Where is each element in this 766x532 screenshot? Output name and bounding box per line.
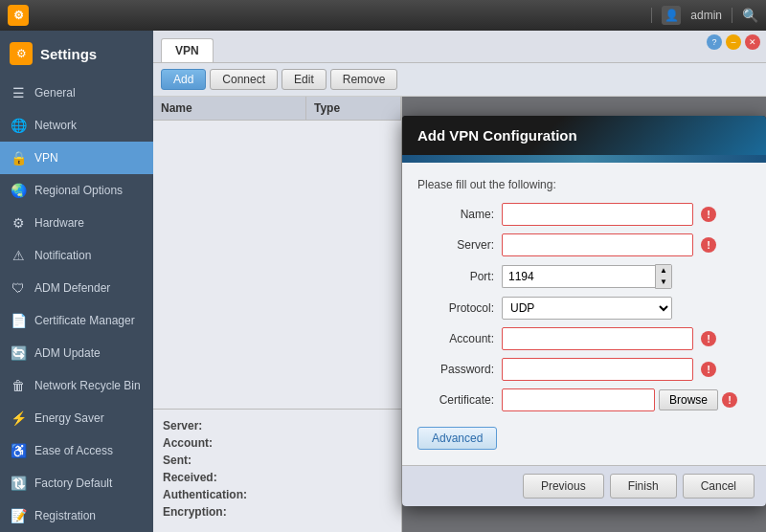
general-icon: ☰ bbox=[10, 84, 27, 101]
advanced-button[interactable]: Advanced bbox=[417, 427, 497, 450]
help-button[interactable]: ? bbox=[707, 34, 722, 50]
server-row: Server: bbox=[163, 419, 392, 432]
certificate-input[interactable] bbox=[502, 388, 655, 411]
sidebar-item-adm-defender[interactable]: 🛡 ADM Defender bbox=[0, 272, 153, 304]
modal-subtitle: Please fill out the following: bbox=[417, 178, 751, 191]
sidebar-item-adm-update[interactable]: 🔄 ADM Update bbox=[0, 337, 153, 369]
password-label: Password: bbox=[417, 363, 494, 376]
port-spinner: ▲ ▼ bbox=[655, 264, 672, 289]
modal-footer: Previous Finish Cancel bbox=[402, 465, 766, 506]
app-icon: ⚙ bbox=[8, 5, 29, 26]
remove-button[interactable]: Remove bbox=[330, 69, 398, 90]
close-button[interactable]: ✕ bbox=[745, 34, 760, 50]
browse-button[interactable]: Browse bbox=[659, 389, 718, 410]
sidebar-item-energy[interactable]: ⚡ Energy Saver bbox=[0, 402, 153, 434]
connect-button[interactable]: Connect bbox=[210, 69, 278, 90]
modal-header: Add VPN Configuration bbox=[402, 116, 766, 155]
search-icon[interactable]: 🔍 bbox=[742, 8, 758, 23]
content-left: Name Type Server: Account: Sent: bbox=[153, 97, 402, 532]
port-up-button[interactable]: ▲ bbox=[656, 265, 671, 277]
ease-icon: ♿ bbox=[10, 442, 27, 459]
account-error-icon: ! bbox=[701, 331, 716, 346]
sidebar-label-registration: Registration bbox=[34, 509, 96, 522]
server-input[interactable] bbox=[502, 233, 693, 256]
certificate-row: Certificate: Browse ! bbox=[417, 388, 751, 411]
sidebar-label-notification: Notification bbox=[34, 249, 91, 262]
sidebar-app-icon: ⚙ bbox=[10, 42, 33, 65]
finish-button[interactable]: Finish bbox=[610, 474, 677, 499]
protocol-select[interactable]: UDP TCP bbox=[502, 297, 672, 320]
edit-button[interactable]: Edit bbox=[282, 69, 327, 90]
sent-label: Sent: bbox=[163, 454, 192, 467]
sidebar-item-regional[interactable]: 🌏 Regional Options bbox=[0, 174, 153, 207]
account-input[interactable] bbox=[502, 327, 693, 350]
name-input[interactable] bbox=[502, 203, 693, 226]
encryption-label: Encryption: bbox=[163, 505, 227, 519]
sidebar-item-factory[interactable]: 🔃 Factory Default bbox=[0, 467, 153, 499]
sidebar-item-vpn[interactable]: 🔒 VPN bbox=[0, 142, 153, 174]
sidebar-item-network-recycle[interactable]: 🗑 Network Recycle Bin bbox=[0, 369, 153, 402]
energy-icon: ⚡ bbox=[10, 410, 27, 427]
regional-icon: 🌏 bbox=[10, 182, 27, 199]
sidebar-label-general: General bbox=[34, 86, 76, 100]
top-bar-left: ⚙ bbox=[8, 5, 29, 26]
received-label: Received: bbox=[163, 471, 217, 484]
sidebar-label-vpn: VPN bbox=[34, 151, 58, 165]
add-button[interactable]: Add bbox=[161, 69, 206, 90]
sidebar-item-notification[interactable]: ⚠ Notification bbox=[0, 239, 153, 272]
sidebar-item-ease[interactable]: ♿ Ease of Access bbox=[0, 434, 153, 467]
advanced-wrap: Advanced bbox=[417, 419, 751, 450]
server-row: Server: ! bbox=[417, 233, 751, 256]
sidebar-header: ⚙ Settings bbox=[0, 31, 153, 77]
sidebar-item-cert-manager[interactable]: 📄 Certificate Manager bbox=[0, 304, 153, 337]
account-label: Account: bbox=[417, 332, 494, 345]
previous-button[interactable]: Previous bbox=[523, 474, 604, 499]
account-label: Account: bbox=[163, 436, 213, 450]
auth-row: Authentication: bbox=[163, 488, 392, 501]
tab-vpn[interactable]: VPN bbox=[161, 38, 214, 62]
sidebar-label-adm-defender: ADM Defender bbox=[34, 281, 110, 295]
toolbar: Add Connect Edit Remove bbox=[153, 63, 766, 97]
sidebar-label-energy: Energy Saver bbox=[34, 411, 104, 425]
admin-label: admin bbox=[690, 9, 722, 22]
cert-manager-icon: 📄 bbox=[10, 312, 27, 329]
content-area: ? – ✕ VPN Add Connect Edit Remove Name T… bbox=[153, 31, 766, 532]
password-error-icon: ! bbox=[701, 362, 716, 377]
sidebar-item-hardware[interactable]: ⚙ Hardware bbox=[0, 207, 153, 239]
registration-icon: 📝 bbox=[10, 507, 27, 524]
sidebar-item-general[interactable]: ☰ General bbox=[0, 77, 153, 109]
encryption-row: Encryption: bbox=[163, 505, 392, 519]
server-label: Server: bbox=[163, 419, 202, 432]
sidebar-title: Settings bbox=[40, 46, 97, 62]
left-info: Server: Account: Sent: Received: Authent… bbox=[153, 409, 401, 532]
tab-bar: VPN bbox=[153, 31, 766, 63]
sidebar-label-network: Network bbox=[34, 119, 77, 132]
main-window: ⚙ Settings ☰ General 🌐 Network 🔒 VPN 🌏 R… bbox=[0, 31, 766, 532]
name-error-icon: ! bbox=[701, 207, 716, 222]
port-input-wrap: 1194 ▲ ▼ bbox=[502, 264, 672, 289]
notification-icon: ⚠ bbox=[10, 247, 27, 264]
top-bar-right: 👤 admin 🔍 bbox=[651, 6, 758, 25]
network-recycle-icon: 🗑 bbox=[10, 377, 27, 394]
name-row: Name: ! bbox=[417, 203, 751, 226]
certificate-input-group: Browse ! bbox=[502, 388, 737, 411]
port-input[interactable]: 1194 bbox=[502, 265, 655, 288]
add-vpn-modal: Add VPN Configuration Please fill out th… bbox=[402, 116, 766, 506]
col-name: Name bbox=[153, 97, 306, 120]
protocol-label: Protocol: bbox=[417, 301, 494, 315]
sidebar-item-network[interactable]: 🌐 Network bbox=[0, 109, 153, 142]
cancel-button[interactable]: Cancel bbox=[683, 474, 755, 499]
sidebar-label-network-recycle: Network Recycle Bin bbox=[34, 379, 141, 392]
modal-overlay: Add VPN Configuration Please fill out th… bbox=[402, 97, 766, 532]
table-header: Name Type bbox=[153, 97, 401, 121]
port-down-button[interactable]: ▼ bbox=[656, 277, 671, 288]
modal-title: Add VPN Configuration bbox=[417, 127, 577, 144]
port-label: Port: bbox=[417, 270, 494, 283]
network-icon: 🌐 bbox=[10, 117, 27, 134]
password-input[interactable] bbox=[502, 358, 693, 381]
sidebar-label-hardware: Hardware bbox=[34, 216, 84, 230]
minimize-button[interactable]: – bbox=[726, 34, 741, 50]
modal-body: Please fill out the following: Name: ! S… bbox=[402, 163, 766, 465]
sidebar-item-registration[interactable]: 📝 Registration bbox=[0, 499, 153, 532]
hardware-icon: ⚙ bbox=[10, 214, 27, 232]
